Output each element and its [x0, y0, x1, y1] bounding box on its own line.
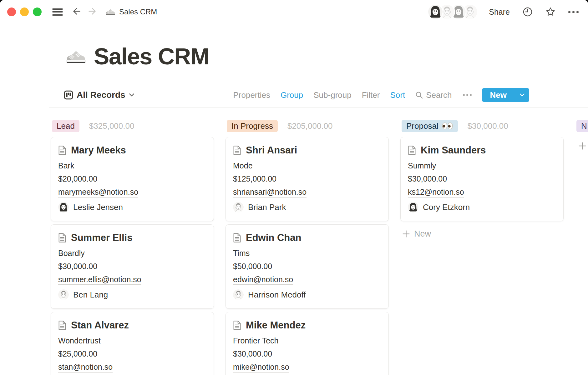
card-title: Summer Ellis [71, 232, 132, 243]
owner-name: Harrison Medoff [248, 290, 306, 300]
page-icon [233, 320, 241, 330]
chevron-down-icon [520, 93, 525, 97]
add-card-button[interactable]: New [402, 229, 564, 239]
kanban-column-proposal: Proposal $30,000.00 Kim Saunders Summly … [400, 115, 564, 375]
page-title[interactable]: Sales CRM [94, 45, 209, 68]
company-field: Mode [233, 161, 381, 170]
email-link[interactable]: mike@notion.so [233, 362, 289, 372]
status-badge[interactable]: Proposal [402, 120, 458, 132]
sneaker-icon[interactable] [66, 49, 86, 68]
sort-button[interactable]: Sort [390, 90, 405, 100]
view-more-icon[interactable] [463, 94, 472, 96]
company-field: Boardly [58, 248, 206, 258]
page-header: Sales CRM [66, 45, 209, 68]
status-badge[interactable]: Lead [52, 120, 79, 132]
record-card[interactable]: Mary Meeks Bark $20,000.00 marymeeks@not… [51, 137, 214, 221]
page-icon [58, 320, 66, 330]
filter-button[interactable]: Filter [362, 90, 380, 100]
owner-row: Cory Etzkorn [408, 202, 556, 212]
column-header: N [575, 115, 588, 137]
traffic-lights [7, 8, 42, 16]
avatar[interactable] [428, 5, 443, 19]
amount-field: $20,000.00 [58, 174, 206, 183]
new-button-label[interactable]: New [482, 88, 515, 102]
search-button[interactable]: Search [415, 90, 452, 100]
record-card[interactable]: Kim Saunders Summly $30,000.00 ks12@noti… [400, 137, 564, 221]
minimize-window-button[interactable] [20, 8, 29, 16]
add-card-button[interactable] [578, 142, 588, 151]
share-button[interactable]: Share [489, 8, 510, 17]
page-icon [408, 145, 416, 155]
card-title: Edwin Chan [246, 232, 301, 243]
eyes-emoji-icon [442, 122, 453, 130]
column-sum: $325,000.00 [89, 121, 134, 131]
owner-row: Leslie Jensen [58, 202, 206, 212]
record-card[interactable]: Summer Ellis Boardly $30,000.00 summer.e… [51, 224, 214, 309]
board-view-icon [64, 90, 73, 100]
zoom-window-button[interactable] [33, 8, 42, 16]
sneaker-icon [105, 8, 115, 16]
new-record-button[interactable]: New [482, 88, 529, 102]
amount-field: $30,000.00 [408, 174, 556, 183]
amount-field: $30,000.00 [58, 262, 206, 271]
group-button[interactable]: Group [281, 90, 303, 100]
card-title: Kim Saunders [421, 145, 486, 156]
sidebar-toggle-icon[interactable] [52, 8, 63, 16]
status-badge[interactable]: N [576, 120, 588, 132]
subgroup-button[interactable]: Sub-group [313, 90, 351, 100]
card-title: Mary Meeks [71, 145, 126, 156]
card-title: Stan Alvarez [71, 320, 129, 331]
chevron-down-icon [129, 93, 134, 97]
owner-name: Leslie Jensen [73, 202, 123, 212]
owner-row: Brian Park [233, 202, 381, 212]
more-options-icon[interactable] [568, 11, 579, 13]
company-field: Bark [58, 161, 206, 170]
app-window: Sales CRM Share Sales CRM All [0, 0, 588, 375]
record-card[interactable]: Stan Alvarez Wondertrust $25,000.00 stan… [51, 312, 214, 375]
page-icon [233, 145, 241, 155]
properties-button[interactable]: Properties [233, 90, 270, 100]
add-card-label: New [414, 229, 431, 239]
updates-clock-icon[interactable] [523, 7, 533, 17]
email-link[interactable]: summer.ellis@notion.so [58, 275, 141, 285]
kanban-column-lead: Lead $325,000.00 Mary Meeks Bark $20,000… [51, 115, 214, 375]
male-avatar [233, 202, 244, 212]
record-card[interactable]: Mike Mendez Frontier Tech $30,000.00 mik… [226, 312, 389, 375]
column-sum: $205,000.00 [287, 121, 333, 131]
company-field: Tims [233, 248, 381, 258]
email-link[interactable]: ks12@notion.so [408, 188, 464, 198]
page-icon [58, 145, 66, 155]
view-switcher[interactable]: All Records [64, 90, 134, 100]
status-badge[interactable]: In Progress [227, 120, 278, 132]
email-link[interactable]: shriansari@notion.so [233, 188, 307, 198]
female-avatar [58, 202, 69, 212]
column-sum: $30,000.00 [468, 121, 508, 131]
favorite-star-icon[interactable] [545, 7, 555, 17]
email-link[interactable]: marymeeks@notion.so [58, 188, 138, 198]
email-link[interactable]: stan@notion.so [58, 362, 113, 372]
column-header: Proposal $30,000.00 [400, 115, 564, 137]
badge-label: Proposal [406, 121, 438, 131]
owner-name: Ben Lang [73, 290, 108, 300]
column-header: In Progress $205,000.00 [226, 115, 389, 137]
nav-forward-button[interactable] [87, 7, 97, 17]
page-icon [58, 233, 66, 243]
breadcrumb-page-title: Sales CRM [119, 8, 157, 16]
female-avatar [408, 202, 418, 212]
male-avatar [233, 289, 244, 300]
record-card[interactable]: Edwin Chan Tims $50,000.00 edwin@notion.… [226, 224, 389, 309]
breadcrumb[interactable]: Sales CRM [105, 8, 157, 16]
column-header: Lead $325,000.00 [51, 115, 214, 137]
plus-icon [402, 230, 410, 238]
record-card[interactable]: Shri Ansari Mode $125,000.00 shriansari@… [226, 137, 389, 221]
close-window-button[interactable] [7, 8, 16, 16]
email-link[interactable]: edwin@notion.so [233, 275, 293, 285]
new-button-dropdown[interactable] [515, 88, 529, 102]
owner-name: Brian Park [248, 202, 286, 212]
amount-field: $50,000.00 [233, 262, 381, 271]
owner-name: Cory Etzkorn [423, 202, 470, 212]
card-title: Shri Ansari [246, 145, 297, 156]
presence-avatars[interactable] [428, 5, 477, 19]
nav-back-button[interactable] [72, 7, 82, 17]
page-icon [233, 233, 241, 243]
